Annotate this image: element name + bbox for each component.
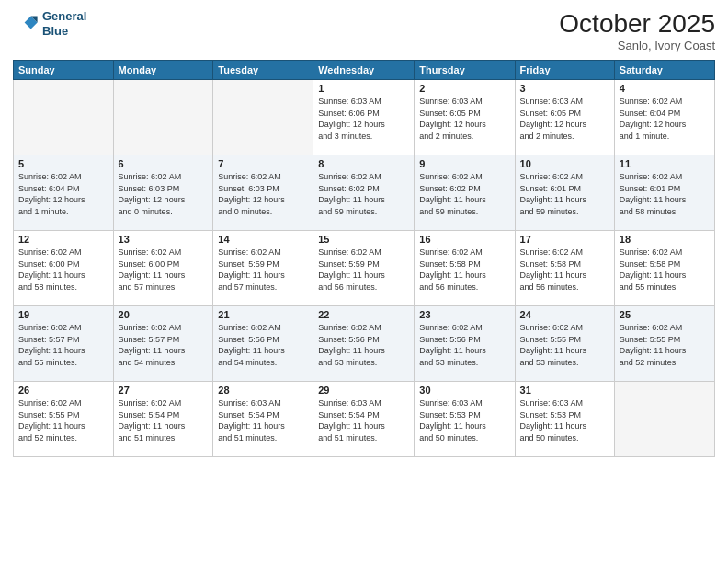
- logo: General Blue: [13, 9, 86, 38]
- table-row: 10Sunrise: 6:02 AM Sunset: 6:01 PM Dayli…: [515, 155, 614, 231]
- calendar-week-row: 5Sunrise: 6:02 AM Sunset: 6:04 PM Daylig…: [14, 155, 715, 231]
- day-info: Sunrise: 6:02 AM Sunset: 6:04 PM Dayligh…: [620, 96, 710, 142]
- day-info: Sunrise: 6:02 AM Sunset: 5:59 PM Dayligh…: [218, 247, 308, 293]
- day-info: Sunrise: 6:02 AM Sunset: 6:04 PM Dayligh…: [18, 171, 108, 217]
- col-wednesday: Wednesday: [313, 61, 415, 80]
- table-row: 17Sunrise: 6:02 AM Sunset: 5:58 PM Dayli…: [515, 231, 614, 306]
- day-info: Sunrise: 6:02 AM Sunset: 5:55 PM Dayligh…: [620, 322, 710, 368]
- day-info: Sunrise: 6:02 AM Sunset: 6:00 PM Dayligh…: [119, 247, 209, 293]
- day-info: Sunrise: 6:02 AM Sunset: 6:03 PM Dayligh…: [119, 171, 209, 217]
- day-number: 19: [18, 309, 108, 320]
- table-row: 9Sunrise: 6:02 AM Sunset: 6:02 PM Daylig…: [415, 155, 515, 231]
- day-info: Sunrise: 6:02 AM Sunset: 6:03 PM Dayligh…: [218, 171, 308, 217]
- day-number: 10: [520, 158, 609, 169]
- table-row: 7Sunrise: 6:02 AM Sunset: 6:03 PM Daylig…: [213, 155, 313, 231]
- table-row: 19Sunrise: 6:02 AM Sunset: 5:57 PM Dayli…: [14, 306, 114, 382]
- table-row: 24Sunrise: 6:02 AM Sunset: 5:55 PM Dayli…: [515, 306, 614, 382]
- logo-line2: Blue: [42, 24, 86, 39]
- day-info: Sunrise: 6:03 AM Sunset: 5:53 PM Dayligh…: [419, 397, 509, 443]
- logo-line1: General: [42, 9, 86, 24]
- page: General Blue October 2025 Sanlo, Ivory C…: [0, 0, 728, 563]
- table-row: 30Sunrise: 6:03 AM Sunset: 5:53 PM Dayli…: [415, 382, 515, 457]
- day-info: Sunrise: 6:02 AM Sunset: 5:56 PM Dayligh…: [318, 322, 409, 368]
- calendar-week-row: 19Sunrise: 6:02 AM Sunset: 5:57 PM Dayli…: [14, 306, 715, 382]
- day-number: 25: [620, 309, 710, 320]
- day-info: Sunrise: 6:02 AM Sunset: 5:57 PM Dayligh…: [18, 322, 108, 368]
- calendar-week-row: 1Sunrise: 6:03 AM Sunset: 6:06 PM Daylig…: [14, 80, 715, 155]
- table-row: [614, 382, 714, 457]
- day-number: 24: [520, 309, 609, 320]
- table-row: 31Sunrise: 6:03 AM Sunset: 5:53 PM Dayli…: [515, 382, 614, 457]
- day-info: Sunrise: 6:03 AM Sunset: 6:05 PM Dayligh…: [520, 96, 609, 142]
- col-tuesday: Tuesday: [213, 61, 313, 80]
- col-friday: Friday: [515, 61, 614, 80]
- day-info: Sunrise: 6:02 AM Sunset: 6:02 PM Dayligh…: [419, 171, 509, 217]
- location: Sanlo, Ivory Coast: [559, 39, 715, 52]
- day-number: 11: [620, 158, 710, 169]
- table-row: [14, 80, 114, 155]
- table-row: 8Sunrise: 6:02 AM Sunset: 6:02 PM Daylig…: [313, 155, 415, 231]
- calendar-body: 1Sunrise: 6:03 AM Sunset: 6:06 PM Daylig…: [14, 80, 715, 457]
- day-number: 6: [119, 158, 209, 169]
- day-number: 18: [620, 234, 710, 245]
- day-number: 20: [119, 309, 209, 320]
- col-saturday: Saturday: [614, 61, 714, 80]
- table-row: 25Sunrise: 6:02 AM Sunset: 5:55 PM Dayli…: [614, 306, 714, 382]
- table-row: 11Sunrise: 6:02 AM Sunset: 6:01 PM Dayli…: [614, 155, 714, 231]
- day-number: 28: [218, 385, 308, 396]
- day-info: Sunrise: 6:02 AM Sunset: 6:00 PM Dayligh…: [18, 247, 108, 293]
- day-info: Sunrise: 6:02 AM Sunset: 5:58 PM Dayligh…: [520, 247, 609, 293]
- table-row: 14Sunrise: 6:02 AM Sunset: 5:59 PM Dayli…: [213, 231, 313, 306]
- day-number: 30: [419, 385, 509, 396]
- day-info: Sunrise: 6:02 AM Sunset: 6:02 PM Dayligh…: [318, 171, 409, 217]
- day-info: Sunrise: 6:02 AM Sunset: 5:56 PM Dayligh…: [218, 322, 308, 368]
- table-row: 26Sunrise: 6:02 AM Sunset: 5:55 PM Dayli…: [14, 382, 114, 457]
- day-info: Sunrise: 6:02 AM Sunset: 5:57 PM Dayligh…: [119, 322, 209, 368]
- day-number: 12: [18, 234, 108, 245]
- calendar-header: Sunday Monday Tuesday Wednesday Thursday…: [14, 61, 715, 80]
- calendar: Sunday Monday Tuesday Wednesday Thursday…: [13, 60, 715, 457]
- title-block: October 2025 Sanlo, Ivory Coast: [559, 9, 715, 52]
- day-number: 16: [419, 234, 509, 245]
- table-row: [113, 80, 213, 155]
- col-thursday: Thursday: [415, 61, 515, 80]
- day-number: 5: [18, 158, 108, 169]
- logo-text: General Blue: [42, 9, 86, 38]
- table-row: 6Sunrise: 6:02 AM Sunset: 6:03 PM Daylig…: [113, 155, 213, 231]
- table-row: 12Sunrise: 6:02 AM Sunset: 6:00 PM Dayli…: [14, 231, 114, 306]
- table-row: 23Sunrise: 6:02 AM Sunset: 5:56 PM Dayli…: [415, 306, 515, 382]
- table-row: 21Sunrise: 6:02 AM Sunset: 5:56 PM Dayli…: [213, 306, 313, 382]
- day-number: 22: [318, 309, 409, 320]
- day-info: Sunrise: 6:02 AM Sunset: 5:58 PM Dayligh…: [620, 247, 710, 293]
- day-info: Sunrise: 6:03 AM Sunset: 6:05 PM Dayligh…: [419, 96, 509, 142]
- table-row: 16Sunrise: 6:02 AM Sunset: 5:58 PM Dayli…: [415, 231, 515, 306]
- header: General Blue October 2025 Sanlo, Ivory C…: [13, 9, 715, 52]
- day-number: 14: [218, 234, 308, 245]
- day-info: Sunrise: 6:03 AM Sunset: 5:54 PM Dayligh…: [218, 397, 308, 443]
- table-row: [213, 80, 313, 155]
- day-info: Sunrise: 6:02 AM Sunset: 5:55 PM Dayligh…: [520, 322, 609, 368]
- day-info: Sunrise: 6:02 AM Sunset: 5:55 PM Dayligh…: [18, 397, 108, 443]
- table-row: 29Sunrise: 6:03 AM Sunset: 5:54 PM Dayli…: [313, 382, 415, 457]
- day-number: 3: [520, 83, 609, 94]
- table-row: 27Sunrise: 6:02 AM Sunset: 5:54 PM Dayli…: [113, 382, 213, 457]
- day-info: Sunrise: 6:02 AM Sunset: 5:58 PM Dayligh…: [419, 247, 509, 293]
- day-info: Sunrise: 6:03 AM Sunset: 5:54 PM Dayligh…: [318, 397, 409, 443]
- day-number: 8: [318, 158, 409, 169]
- calendar-week-row: 26Sunrise: 6:02 AM Sunset: 5:55 PM Dayli…: [14, 382, 715, 457]
- day-number: 13: [119, 234, 209, 245]
- table-row: 13Sunrise: 6:02 AM Sunset: 6:00 PM Dayli…: [113, 231, 213, 306]
- table-row: 15Sunrise: 6:02 AM Sunset: 5:59 PM Dayli…: [313, 231, 415, 306]
- day-number: 17: [520, 234, 609, 245]
- table-row: 28Sunrise: 6:03 AM Sunset: 5:54 PM Dayli…: [213, 382, 313, 457]
- col-sunday: Sunday: [14, 61, 114, 80]
- month-title: October 2025: [559, 9, 715, 39]
- day-info: Sunrise: 6:02 AM Sunset: 5:59 PM Dayligh…: [318, 247, 409, 293]
- day-info: Sunrise: 6:03 AM Sunset: 6:06 PM Dayligh…: [318, 96, 409, 142]
- col-monday: Monday: [113, 61, 213, 80]
- days-header-row: Sunday Monday Tuesday Wednesday Thursday…: [14, 61, 715, 80]
- table-row: 22Sunrise: 6:02 AM Sunset: 5:56 PM Dayli…: [313, 306, 415, 382]
- day-info: Sunrise: 6:02 AM Sunset: 6:01 PM Dayligh…: [620, 171, 710, 217]
- table-row: 4Sunrise: 6:02 AM Sunset: 6:04 PM Daylig…: [614, 80, 714, 155]
- day-number: 7: [218, 158, 308, 169]
